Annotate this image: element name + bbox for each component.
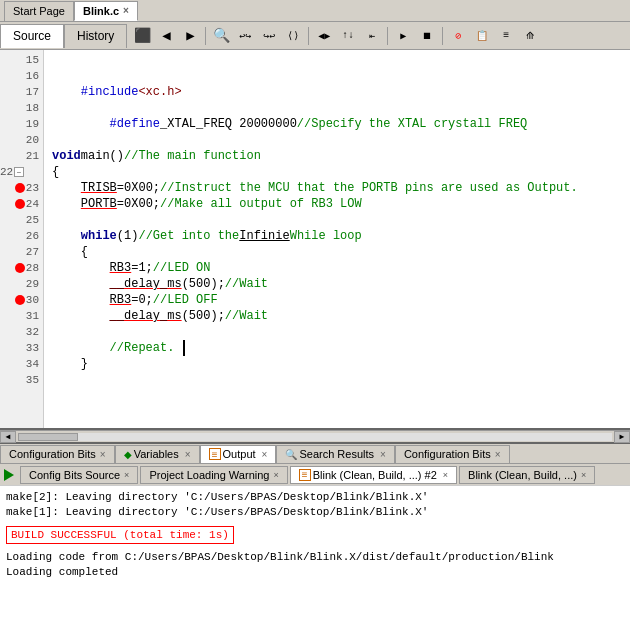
build-tab-project-loading[interactable]: Project Loading Warning × [140, 466, 287, 484]
editor-hscroll[interactable]: ◀ ▶ [0, 430, 630, 444]
comment-trisb: //Instruct the MCU that the PORTB pins a… [160, 180, 578, 196]
toolbar-btn-3[interactable]: ▶ [179, 25, 201, 47]
toolbar-btn-16[interactable]: ⟰ [519, 25, 541, 47]
toolbar-btn-1[interactable]: ⬛ [131, 25, 153, 47]
ln-24: 24 [0, 196, 43, 212]
infinie-word: Infinie [239, 228, 289, 244]
code-line-31: __delay_ms(500); //Wait [52, 308, 630, 324]
breakpoint-icon-28 [15, 263, 25, 273]
close-build-config[interactable]: × [124, 470, 129, 480]
editor-toolbar: ⬛ ◀ ▶ 🔍 ↩↪ ↪↩ ⟨⟩ ◀▶ ↑↓ ⇤ ▶ ⏹ ⊘ 📋 ≡ ⟰ [127, 25, 630, 47]
ln-17: 17 [0, 84, 43, 100]
source-tab-label: Source [13, 29, 51, 43]
close-blink2[interactable]: × [443, 470, 448, 480]
code-line-17: #include <xc.h> [52, 84, 630, 100]
comment-ledon: //LED ON [153, 260, 211, 276]
breakpoint-icon-23 [15, 183, 25, 193]
build-toolbar: Config Bits Source × Project Loading War… [0, 464, 630, 486]
bottom-panel: Configuration Bits × ◆ Variables × ≡ Out… [0, 444, 630, 621]
output-content: make[2]: Leaving directory 'C:/Users/BPA… [0, 486, 630, 621]
comment-while: //Get into the [138, 228, 239, 244]
breakpoint-icon-30 [15, 295, 25, 305]
tab-start-page-label: Start Page [13, 5, 65, 17]
comment-freq: //Specify the XTAL crystall FREQ [297, 116, 527, 132]
ln-19: 19 [0, 116, 43, 132]
tab-blink-c-close[interactable]: × [123, 5, 129, 16]
toolbar-btn-12[interactable]: ⏹ [416, 25, 438, 47]
source-history-tabs: Source History [0, 24, 127, 48]
toolbar-btn-6[interactable]: ↪↩ [258, 25, 280, 47]
bottom-tab-config-bits[interactable]: Configuration Bits × [0, 445, 115, 463]
code-line-27: { [52, 244, 630, 260]
toolbar-sep-4 [442, 27, 443, 45]
text-cursor [175, 340, 184, 356]
main-tab-bar: Start Page Blink.c × [0, 0, 630, 22]
variables-icon: ◆ [124, 449, 132, 460]
include-file: <xc.h> [138, 84, 181, 100]
bottom-tab-variables[interactable]: ◆ Variables × [115, 445, 200, 463]
toolbar-btn-11[interactable]: ▶ [392, 25, 414, 47]
ln-16: 16 [0, 68, 43, 84]
close-output[interactable]: × [262, 449, 268, 460]
build-tab-blink-2[interactable]: ≡ Blink (Clean, Build, ...) #2 × [290, 466, 457, 484]
blink2-icon: ≡ [299, 469, 311, 481]
tab-start-page[interactable]: Start Page [4, 1, 74, 21]
code-line-22: { [52, 164, 630, 180]
toolbar-btn-15[interactable]: ≡ [495, 25, 517, 47]
code-editor[interactable]: #include <xc.h> #define _XTAL_FREQ 20000… [44, 50, 630, 428]
close-blink[interactable]: × [581, 470, 586, 480]
line-numbers: 15 16 17 18 19 20 21 22 − 23 24 25 26 27… [0, 50, 44, 428]
ln-32: 32 [0, 324, 43, 340]
toolbar-sep-3 [387, 27, 388, 45]
toolbar-btn-8[interactable]: ◀▶ [313, 25, 335, 47]
portb-var: PORTB [81, 196, 117, 212]
ln-27: 27 [0, 244, 43, 260]
toolbar-btn-4[interactable]: 🔍 [210, 25, 232, 47]
hscroll-thumb[interactable] [18, 433, 78, 441]
bottom-tab-output[interactable]: ≡ Output × [200, 445, 277, 463]
ln-18: 18 [0, 100, 43, 116]
close-config-bits2[interactable]: × [495, 449, 501, 460]
build-success-text: BUILD SUCCESSFUL (total time: 1s) [6, 526, 234, 544]
scroll-left-btn[interactable]: ◀ [0, 431, 16, 443]
include-keyword: #include [81, 84, 139, 100]
toolbar-btn-13[interactable]: ⊘ [447, 25, 469, 47]
comment-main: //The main function [124, 148, 261, 164]
code-line-26: while(1) //Get into the Infinie While lo… [52, 228, 630, 244]
toolbar-btn-2[interactable]: ◀ [155, 25, 177, 47]
define-keyword: #define [110, 116, 160, 132]
tab-blink-c[interactable]: Blink.c × [74, 1, 138, 21]
breakpoint-icon-24 [15, 199, 25, 209]
build-tabs: Config Bits Source × Project Loading War… [20, 466, 595, 484]
toolbar-btn-5[interactable]: ↩↪ [234, 25, 256, 47]
code-line-30: RB3=0; //LED OFF [52, 292, 630, 308]
toolbar-btn-7[interactable]: ⟨⟩ [282, 25, 304, 47]
close-variables[interactable]: × [185, 449, 191, 460]
history-tab-label: History [77, 29, 114, 43]
toolbar-sep-2 [308, 27, 309, 45]
code-line-24: PORTB=0X00; //Make all output of RB3 LOW [52, 196, 630, 212]
source-tab[interactable]: Source [0, 24, 64, 48]
toolbar-btn-10[interactable]: ⇤ [361, 25, 383, 47]
bottom-tab-config-bits2[interactable]: Configuration Bits × [395, 445, 510, 463]
ln-31: 31 [0, 308, 43, 324]
history-tab[interactable]: History [64, 24, 127, 48]
collapse-icon[interactable]: − [14, 167, 24, 177]
toolbar-btn-9[interactable]: ↑↓ [337, 25, 359, 47]
build-tab-blink[interactable]: Blink (Clean, Build, ...) × [459, 466, 595, 484]
code-line-20 [52, 132, 630, 148]
hscroll-track[interactable] [18, 433, 612, 441]
tab-blink-c-label: Blink.c [83, 5, 119, 17]
play-icon [4, 469, 14, 481]
close-search[interactable]: × [380, 449, 386, 460]
close-build-loading[interactable]: × [273, 470, 278, 480]
bottom-tab-search[interactable]: 🔍 Search Results × [276, 445, 394, 463]
close-config-bits[interactable]: × [100, 449, 106, 460]
scroll-right-btn[interactable]: ▶ [614, 431, 630, 443]
build-tab-config-bits-src[interactable]: Config Bits Source × [20, 466, 138, 484]
comment-repeat: //Repeat. [110, 340, 175, 356]
code-line-25 [52, 212, 630, 228]
toolbar-btn-14[interactable]: 📋 [471, 25, 493, 47]
code-line-33: //Repeat. [52, 340, 630, 356]
ln-22-collapse[interactable]: 22 − [0, 164, 43, 180]
